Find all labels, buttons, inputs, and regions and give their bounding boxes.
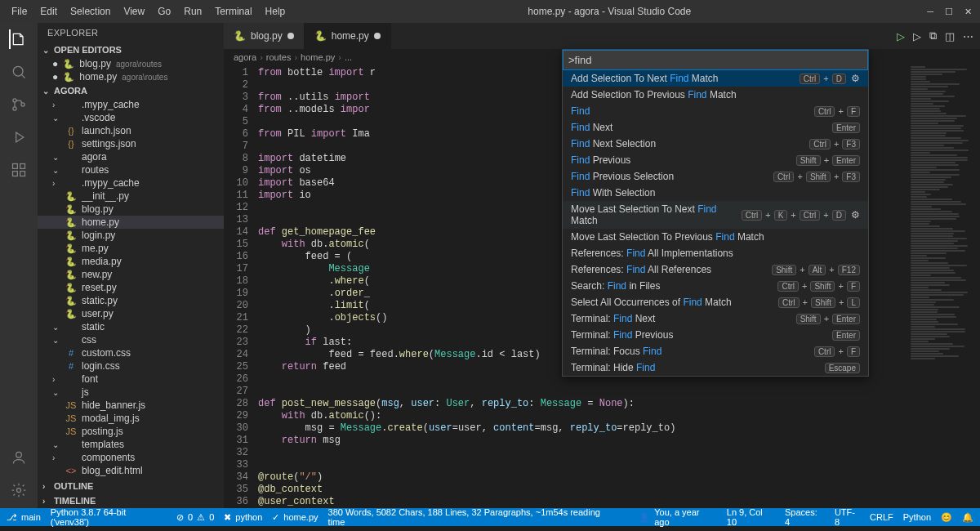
tree-item[interactable]: ›font bbox=[38, 373, 224, 386]
palette-item[interactable]: Terminal: Hide FindEscape bbox=[563, 359, 868, 376]
file-status[interactable]: ✓ home.py bbox=[272, 512, 318, 523]
search-icon[interactable] bbox=[9, 62, 29, 82]
tab-blog.py[interactable]: 🐍blog.py bbox=[224, 23, 305, 49]
tree-item[interactable]: ⌄css bbox=[38, 333, 224, 346]
git-blame[interactable]: 👤 You, a year ago bbox=[639, 507, 717, 527]
workspace-header[interactable]: ⌄AGORA bbox=[38, 83, 224, 98]
tree-item[interactable]: JSposting.js bbox=[38, 425, 224, 438]
menu-view[interactable]: View bbox=[117, 2, 151, 20]
palette-item[interactable]: Search: Find in FilesCtrl + Shift + F bbox=[563, 278, 868, 294]
palette-item[interactable]: Terminal: Focus FindCtrl + F bbox=[563, 343, 868, 359]
gear-icon[interactable]: ⚙ bbox=[851, 209, 860, 221]
open-editor-item[interactable]: ●🐍blog.pyagora\routes bbox=[38, 57, 224, 70]
menu-selection[interactable]: Selection bbox=[64, 2, 117, 20]
eol-status[interactable]: CRLF bbox=[870, 512, 893, 522]
breadcrumb-item[interactable]: home.py bbox=[301, 52, 335, 62]
linter-status[interactable]: ✖ python bbox=[224, 512, 262, 523]
debug-run-icon[interactable]: ▷ bbox=[913, 30, 921, 42]
tree-item[interactable]: ⌄.vscode bbox=[38, 111, 224, 124]
gear-icon[interactable] bbox=[9, 480, 29, 500]
tree-item[interactable]: #login.css bbox=[38, 359, 224, 373]
menu-terminal[interactable]: Terminal bbox=[208, 2, 258, 20]
branch-status[interactable]: ⎇ main bbox=[7, 512, 41, 523]
tree-item[interactable]: ⌄agora bbox=[38, 150, 224, 163]
menu-run[interactable]: Run bbox=[177, 2, 208, 20]
tree-item[interactable]: JSmodal_img.js bbox=[38, 412, 224, 425]
tree-item[interactable]: ›.mypy_cache bbox=[38, 98, 224, 111]
tree-item[interactable]: ⌄js bbox=[38, 386, 224, 399]
tree-item[interactable]: ⌄routes bbox=[38, 163, 224, 176]
minimize-icon[interactable]: ─ bbox=[927, 7, 933, 17]
split-icon[interactable]: ◫ bbox=[945, 30, 955, 42]
tree-item[interactable]: 🐍login.py bbox=[38, 229, 224, 242]
outline-header[interactable]: ›OUTLINE bbox=[38, 479, 224, 493]
palette-item[interactable]: Find PreviousShift + Enter bbox=[563, 152, 868, 168]
spaces-status[interactable]: Spaces: 4 bbox=[785, 507, 825, 527]
account-icon[interactable] bbox=[9, 448, 29, 467]
breadcrumb-item[interactable]: routes bbox=[266, 52, 292, 62]
tree-item[interactable]: {}launch.json bbox=[38, 124, 224, 137]
tree-item[interactable]: 🐍blog.py bbox=[38, 203, 224, 216]
tree-item[interactable]: 🐍new.py bbox=[38, 268, 224, 281]
tab-home.py[interactable]: 🐍home.py bbox=[305, 23, 391, 49]
menu-file[interactable]: File bbox=[5, 2, 33, 20]
encoding-status[interactable]: UTF-8 bbox=[835, 507, 860, 527]
extensions-icon[interactable] bbox=[9, 160, 29, 180]
tree-item[interactable]: <>blog_edit.html bbox=[38, 464, 224, 477]
tree-item[interactable]: ›components bbox=[38, 451, 224, 464]
palette-item[interactable]: Find NextEnter bbox=[563, 119, 868, 136]
python-interpreter[interactable]: Python 3.8.7 64-bit ('venv38') bbox=[51, 507, 167, 527]
doc-stats[interactable]: 380 Words, 5082 Chars, 188 Lines, 32 Par… bbox=[328, 507, 620, 527]
tree-item[interactable]: 🐍media.py bbox=[38, 255, 224, 268]
breadcrumb-item[interactable]: ... bbox=[345, 52, 352, 62]
problems-status[interactable]: ⊘ 0 ⚠ 0 bbox=[176, 512, 214, 523]
palette-item[interactable]: Find With Selection bbox=[563, 185, 868, 201]
palette-item[interactable]: References: Find All Implementations bbox=[563, 245, 868, 261]
command-palette-input[interactable] bbox=[563, 50, 868, 70]
tree-item[interactable]: {}settings.json bbox=[38, 137, 224, 150]
language-status[interactable]: Python bbox=[903, 512, 931, 522]
tree-item[interactable]: 🐍user.py bbox=[38, 307, 224, 320]
tree-item[interactable]: 🐍static.py bbox=[38, 294, 224, 307]
maximize-icon[interactable]: ☐ bbox=[945, 7, 953, 17]
palette-item[interactable]: References: Find All ReferencesShift + A… bbox=[563, 261, 868, 278]
source-control-icon[interactable] bbox=[9, 95, 29, 114]
palette-item[interactable]: Terminal: Find NextShift + Enter bbox=[563, 310, 868, 327]
menu-go[interactable]: Go bbox=[151, 2, 177, 20]
open-editors-header[interactable]: ⌄OPEN EDITORS bbox=[38, 42, 224, 57]
feedback-icon[interactable]: 😊 bbox=[941, 512, 952, 523]
tree-item[interactable]: ⌄templates bbox=[38, 438, 224, 451]
palette-item[interactable]: Find Previous SelectionCtrl + Shift + F3 bbox=[563, 168, 868, 185]
tree-item[interactable]: JShide_banner.js bbox=[38, 399, 224, 412]
tree-item[interactable]: 🐍__init__.py bbox=[38, 190, 224, 203]
more-icon[interactable]: ⋯ bbox=[963, 30, 973, 42]
menu-edit[interactable]: Edit bbox=[33, 2, 64, 20]
open-editor-item[interactable]: ●🐍home.pyagora\routes bbox=[38, 70, 224, 83]
gear-icon[interactable]: ⚙ bbox=[851, 73, 860, 84]
palette-item[interactable]: Move Last Selection To Next Find MatchCt… bbox=[563, 201, 868, 229]
palette-item[interactable]: Add Selection To Next Find MatchCtrl + D… bbox=[563, 70, 868, 87]
palette-item[interactable]: Move Last Selection To Previous Find Mat… bbox=[563, 229, 868, 245]
minimap[interactable] bbox=[906, 65, 980, 508]
compare-icon[interactable]: ⧉ bbox=[929, 29, 937, 42]
cursor-pos[interactable]: Ln 9, Col 10 bbox=[727, 507, 775, 527]
close-icon[interactable]: ✕ bbox=[964, 7, 972, 17]
tree-item[interactable]: 🐍home.py bbox=[38, 216, 224, 229]
tree-item[interactable]: ›.mypy_cache bbox=[38, 176, 224, 190]
tree-item[interactable]: ⌄static bbox=[38, 320, 224, 333]
bell-icon[interactable]: 🔔 bbox=[962, 512, 973, 523]
tree-item[interactable]: #custom.css bbox=[38, 346, 224, 359]
palette-item[interactable]: Terminal: Find PreviousEnter bbox=[563, 327, 868, 343]
run-icon[interactable]: ▷ bbox=[897, 30, 905, 42]
timeline-header[interactable]: ›TIMELINE bbox=[38, 493, 224, 508]
palette-item[interactable]: Find Next SelectionCtrl + F3 bbox=[563, 136, 868, 152]
palette-item[interactable]: Add Selection To Previous Find Match bbox=[563, 87, 868, 103]
palette-item[interactable]: FindCtrl + F bbox=[563, 103, 868, 119]
breadcrumb-item[interactable]: agora bbox=[234, 52, 256, 62]
tree-item[interactable]: 🐍me.py bbox=[38, 242, 224, 255]
palette-item[interactable]: Select All Occurrences of Find MatchCtrl… bbox=[563, 294, 868, 310]
files-icon[interactable] bbox=[9, 29, 29, 49]
tree-item[interactable]: 🐍reset.py bbox=[38, 281, 224, 294]
run-debug-icon[interactable] bbox=[9, 127, 29, 147]
menu-help[interactable]: Help bbox=[259, 2, 292, 20]
